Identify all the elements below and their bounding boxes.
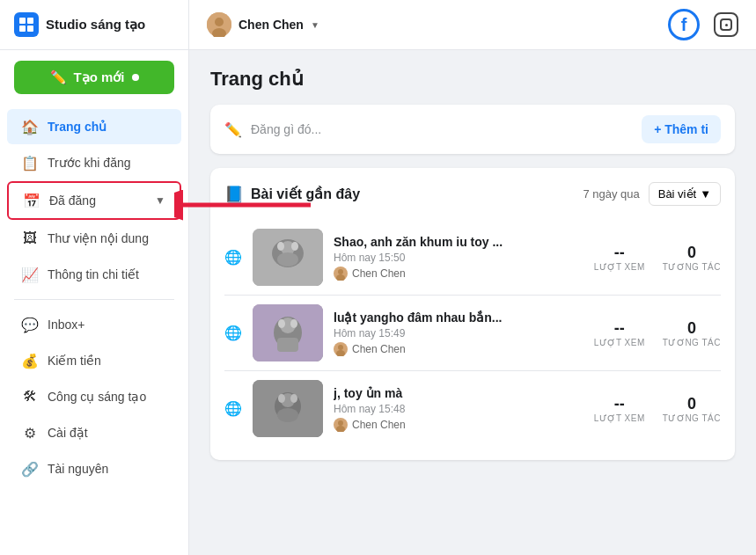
- views-stat: -- LƯỢT XEM: [594, 395, 645, 423]
- sidebar-item-posted[interactable]: 📅 Đã đăng ▼: [7, 181, 181, 220]
- add-content-button[interactable]: + Thêm ti: [642, 115, 721, 143]
- home-icon: 🏠: [21, 118, 39, 135]
- nav-items: 🏠 Trang chủ 📋 Trước khi đăng 📅 Đã đăng ▼…: [0, 105, 188, 555]
- author-avatar: [334, 267, 348, 281]
- post-placeholder: Đăng gì đó...: [251, 122, 321, 136]
- post-title: luật yangho đâm nhau bắn...: [334, 310, 584, 325]
- type-filter-button[interactable]: Bài viết ▼: [649, 182, 721, 206]
- post-box: ✏️ Đăng gì đó... + Thêm ti: [210, 105, 735, 154]
- post-thumbnail: [253, 304, 323, 361]
- sidebar-item-settings[interactable]: ⚙ Cài đặt: [7, 415, 181, 450]
- svg-rect-3: [27, 26, 33, 32]
- svg-point-10: [277, 242, 284, 251]
- post-row: 🌐 j, toy ủn mà Hôm nay 15:48: [224, 371, 721, 446]
- post-thumbnail: [253, 380, 323, 437]
- post-info: Shao, anh zăn khum iu toy ... Hôm nay 15…: [334, 235, 584, 281]
- sidebar-item-resources[interactable]: 🔗 Tài nguyên: [7, 451, 181, 486]
- svg-point-23: [338, 345, 343, 350]
- instagram-dot-icon: [725, 24, 728, 26]
- globe-icon: 🌐: [224, 249, 242, 266]
- chevron-down-icon: ▼: [155, 194, 165, 207]
- svg-point-20: [290, 319, 297, 328]
- create-button[interactable]: ✏️ Tạo mới: [14, 61, 174, 94]
- before-post-icon: 📋: [21, 154, 39, 172]
- post-stats: -- LƯỢT XEM 0 TƯƠNG TÁC: [594, 319, 721, 347]
- post-time: Hôm nay 15:49: [334, 327, 584, 340]
- user-avatar: [207, 12, 231, 37]
- sidebar-item-tools[interactable]: 🛠 Công cụ sáng tạo: [7, 379, 181, 414]
- svg-point-29: [290, 394, 297, 403]
- main-content: Chen Chen ▼ f Trang chủ ✏️ Đăng gì đó...…: [189, 0, 756, 555]
- svg-point-28: [278, 394, 285, 403]
- svg-rect-0: [19, 18, 26, 24]
- author-avatar: [334, 342, 348, 356]
- posted-icon: 📅: [23, 192, 40, 209]
- user-name: Chen Chen: [239, 18, 304, 32]
- library-icon: 🖼: [21, 230, 39, 247]
- recent-posts-section: 📘 Bài viết gần đây 7 ngày qua Bài viết ▼…: [210, 168, 735, 460]
- globe-icon: 🌐: [224, 325, 242, 341]
- post-author: Chen Chen: [334, 342, 584, 356]
- post-stats: -- LƯỢT XEM 0 TƯƠNG TÁC: [594, 395, 721, 423]
- post-info: j, toy ủn mà Hôm nay 15:48 Chen Chen: [334, 386, 584, 432]
- svg-point-5: [215, 18, 224, 26]
- svg-rect-1: [27, 18, 33, 24]
- earn-icon: 💰: [21, 352, 39, 369]
- post-info: luật yangho đâm nhau bắn... Hôm nay 15:4…: [334, 310, 584, 356]
- svg-point-32: [338, 420, 343, 426]
- user-chevron-icon: ▼: [311, 20, 319, 30]
- app-logo-icon: [14, 12, 39, 37]
- svg-point-30: [277, 408, 298, 422]
- svg-rect-2: [19, 26, 26, 32]
- interactions-stat: 0 TƯƠNG TÁC: [663, 319, 721, 347]
- instagram-inner-icon: [720, 18, 732, 31]
- svg-rect-21: [277, 338, 298, 352]
- page-title: Trang chủ: [210, 68, 735, 91]
- nav-divider: [14, 299, 174, 300]
- globe-icon: 🌐: [224, 400, 242, 417]
- post-title: j, toy ủn mà: [334, 386, 584, 400]
- interactions-stat: 0 TƯƠNG TÁC: [663, 395, 721, 423]
- user-selector[interactable]: Chen Chen ▼: [207, 12, 319, 37]
- sidebar-item-library[interactable]: 🖼 Thư viện nội dung: [7, 221, 181, 256]
- svg-point-12: [277, 252, 298, 267]
- filter-chevron-icon: ▼: [700, 187, 711, 201]
- instagram-icon[interactable]: [714, 12, 738, 37]
- recent-posts-icon: 📘: [224, 185, 244, 204]
- sidebar-item-inbox[interactable]: 💬 Inbox+: [7, 307, 181, 342]
- sidebar-item-insights[interactable]: 📈 Thông tin chi tiết: [7, 257, 181, 292]
- post-author: Chen Chen: [334, 418, 584, 432]
- post-time: Hôm nay 15:50: [334, 252, 584, 264]
- author-avatar: [334, 418, 348, 432]
- sidebar-item-earn[interactable]: 💰 Kiếm tiền: [7, 343, 181, 378]
- sidebar-item-home[interactable]: 🏠 Trang chủ: [7, 109, 181, 144]
- settings-icon: ⚙: [21, 424, 39, 442]
- inbox-icon: 💬: [21, 316, 39, 333]
- interactions-stat: 0 TƯƠNG TÁC: [663, 244, 721, 272]
- insights-icon: 📈: [21, 266, 39, 283]
- resources-icon: 🔗: [21, 460, 39, 478]
- topbar: Chen Chen ▼ f: [189, 0, 756, 50]
- views-stat: -- LƯỢT XEM: [594, 244, 645, 272]
- edit-icon: ✏️: [224, 121, 242, 138]
- topbar-icons: f: [668, 9, 738, 40]
- tools-icon: 🛠: [21, 388, 39, 405]
- svg-point-14: [338, 269, 343, 274]
- create-icon: ✏️: [50, 69, 67, 85]
- app-name: Studio sáng tạo: [46, 17, 145, 33]
- post-row: 🌐 Shao, anh zăn khum iu toy ... Hôm nay …: [224, 220, 721, 296]
- section-title: 📘 Bài viết gần đây: [224, 185, 360, 204]
- sidebar-logo: Studio sáng tạo: [0, 0, 188, 50]
- post-stats: -- LƯỢT XEM 0 TƯƠNG TÁC: [594, 244, 721, 272]
- post-input-area[interactable]: ✏️ Đăng gì đó...: [224, 121, 642, 138]
- facebook-icon[interactable]: f: [668, 9, 700, 40]
- svg-point-19: [278, 319, 285, 328]
- post-author: Chen Chen: [334, 267, 584, 281]
- sidebar-item-before-post[interactable]: 📋 Trước khi đăng: [7, 145, 181, 180]
- svg-point-11: [291, 242, 298, 251]
- page-content: Trang chủ ✏️ Đăng gì đó... + Thêm ti 📘 B…: [189, 50, 756, 555]
- post-time: Hôm nay 15:48: [334, 403, 584, 415]
- section-controls: 7 ngày qua Bài viết ▼: [583, 182, 721, 206]
- post-row: 🌐 luật yangho đâm nhau bắn... Hôm nay 15…: [224, 296, 721, 371]
- post-title: Shao, anh zăn khum iu toy ...: [334, 235, 584, 249]
